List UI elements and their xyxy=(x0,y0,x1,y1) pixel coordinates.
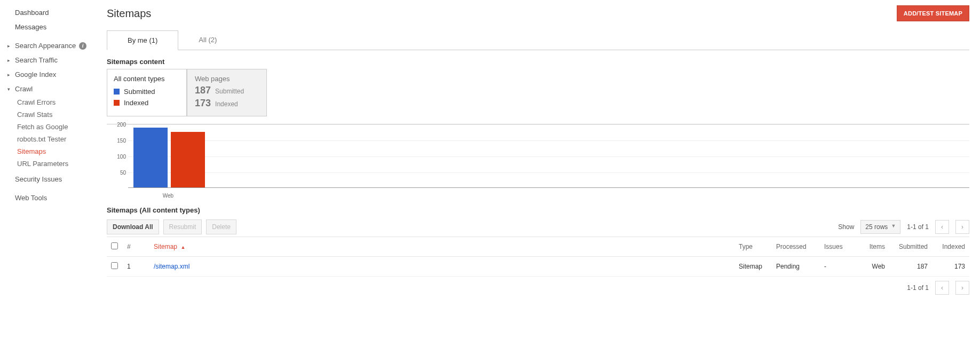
caret-right-icon: ▸ xyxy=(7,43,12,49)
chart-gridline xyxy=(128,156,969,157)
add-test-sitemap-button[interactable]: ADD/TEST SITEMAP xyxy=(897,5,969,21)
sidebar-item-crawl-errors[interactable]: Crawl Errors xyxy=(5,96,96,108)
delete-button[interactable]: Delete xyxy=(206,219,236,234)
range-label: 1-1 of 1 xyxy=(907,223,929,231)
legend-item-indexed: Indexed xyxy=(114,97,178,108)
col-sitemap[interactable]: Sitemap ▲ xyxy=(149,237,734,257)
sidebar: ▸Dashboard ▸Messages ▸ Search Appearance… xyxy=(0,0,96,311)
label: Dashboard xyxy=(15,9,49,17)
chart-ytick: 150 xyxy=(107,138,126,144)
prev-page-button[interactable]: ‹ xyxy=(935,220,949,234)
stat-indexed-label: Indexed xyxy=(215,100,238,108)
legend-swatch-indexed xyxy=(114,100,120,106)
sidebar-item-google-index[interactable]: ▸ Google Index xyxy=(5,67,96,82)
chevron-left-icon: ‹ xyxy=(941,284,943,292)
sitemaps-table: # Sitemap ▲ Type Processed Issues Items … xyxy=(107,237,969,277)
stat-submitted-label: Submitted xyxy=(215,88,244,95)
chart-plot xyxy=(128,124,969,188)
sidebar-item-web-tools[interactable]: ▸Web Tools xyxy=(5,191,96,205)
sidebar-item-security-issues[interactable]: ▸Security Issues xyxy=(5,172,96,186)
resubmit-button[interactable]: Resubmit xyxy=(163,219,202,234)
download-all-button[interactable]: Download All xyxy=(107,219,159,234)
select-all-checkbox[interactable] xyxy=(111,242,118,249)
chart-gridline xyxy=(128,124,969,125)
label: Security Issues xyxy=(15,175,62,183)
tab-by-me[interactable]: By me (1) xyxy=(107,30,178,50)
chart-bar-indexed xyxy=(171,132,205,187)
sort-asc-icon: ▲ xyxy=(180,245,185,250)
sitemaps-content-heading: Sitemaps content xyxy=(107,58,969,66)
main-content: Sitemaps ADD/TEST SITEMAP By me (1) All … xyxy=(96,0,980,311)
col-indexed[interactable]: Indexed xyxy=(932,237,969,257)
chart-xtick: Web xyxy=(133,193,203,199)
page-title: Sitemaps xyxy=(107,7,151,20)
caret-down-icon: ▾ xyxy=(7,87,12,92)
label: Messages xyxy=(15,23,46,31)
chevron-right-icon: › xyxy=(961,284,963,292)
label: Web Tools xyxy=(15,194,47,202)
cell-submitted: 187 xyxy=(889,257,932,277)
label: Indexed xyxy=(124,99,148,107)
sidebar-item-messages[interactable]: ▸Messages xyxy=(5,20,96,34)
col-processed[interactable]: Processed xyxy=(772,237,820,257)
chart-gridline xyxy=(128,172,969,173)
tabbar: By me (1) All (2) xyxy=(107,30,969,50)
page-header: Sitemaps ADD/TEST SITEMAP xyxy=(107,5,969,21)
cell-issues: - xyxy=(820,257,857,277)
cell-indexed: 173 xyxy=(932,257,969,277)
cell-type: Sitemap xyxy=(734,257,772,277)
label: Search Traffic xyxy=(15,56,58,64)
chevron-left-icon: ‹ xyxy=(941,223,943,231)
sidebar-item-dashboard[interactable]: ▸Dashboard xyxy=(5,5,96,20)
sidebar-item-crawl-stats[interactable]: Crawl Stats xyxy=(5,108,96,121)
col-issues[interactable]: Issues xyxy=(820,237,857,257)
sidebar-item-crawl[interactable]: ▾ Crawl xyxy=(5,82,96,96)
table-toolbar: Download All Resubmit Delete Show 25 row… xyxy=(107,219,969,234)
label: Sitemap xyxy=(154,243,177,250)
rows-select[interactable]: 25 rows ▼ xyxy=(860,220,900,234)
row-checkbox[interactable] xyxy=(111,262,118,269)
sidebar-item-robots-tester[interactable]: robots.txt Tester xyxy=(5,133,96,145)
stat-submitted-value: 187 xyxy=(195,85,211,96)
cell-processed: Pending xyxy=(772,257,820,277)
col-submitted[interactable]: Submitted xyxy=(889,237,932,257)
sitemap-link[interactable]: /sitemap.xml xyxy=(154,263,189,270)
label: Submitted xyxy=(124,88,155,96)
col-items[interactable]: Items xyxy=(857,237,889,257)
rows-select-value: 25 rows xyxy=(865,223,888,231)
chart: 50100150200Web xyxy=(107,124,969,199)
stat-box-web-pages: Web pages 187 Submitted 173 Indexed xyxy=(187,69,267,116)
tab-all[interactable]: All (2) xyxy=(178,30,237,50)
caret-right-icon: ▸ xyxy=(7,58,12,63)
table-row: 1 /sitemap.xml Sitemap Pending - Web 187… xyxy=(107,257,969,277)
sidebar-item-fetch-as-google[interactable]: Fetch as Google xyxy=(5,121,96,133)
next-page-button[interactable]: › xyxy=(955,220,969,234)
cell-items: Web xyxy=(857,257,889,277)
label: Search Appearance xyxy=(15,42,76,50)
col-type[interactable]: Type xyxy=(734,237,772,257)
chart-ytick: 50 xyxy=(107,170,126,176)
prev-page-button[interactable]: ‹ xyxy=(935,281,949,295)
next-page-button[interactable]: › xyxy=(955,281,969,295)
stat-indexed-value: 173 xyxy=(195,98,211,109)
chart-ytick: 200 xyxy=(107,122,126,128)
chevron-down-icon: ▼ xyxy=(891,223,896,231)
sidebar-item-url-parameters[interactable]: URL Parameters xyxy=(5,158,96,170)
sidebar-item-search-traffic[interactable]: ▸ Search Traffic xyxy=(5,53,96,67)
label: Crawl xyxy=(15,85,33,93)
chart-gridline xyxy=(128,140,969,141)
show-label: Show xyxy=(838,223,854,231)
chart-ytick: 100 xyxy=(107,154,126,160)
sidebar-item-search-appearance[interactable]: ▸ Search Appearance i xyxy=(5,38,96,53)
sitemaps-table-heading: Sitemaps (All content types) xyxy=(107,206,969,214)
col-num[interactable]: # xyxy=(123,237,149,257)
table-body: 1 /sitemap.xml Sitemap Pending - Web 187… xyxy=(107,257,969,277)
label: Google Index xyxy=(15,70,56,78)
sidebar-item-sitemaps[interactable]: Sitemaps xyxy=(5,145,96,158)
caret-right-icon: ▸ xyxy=(7,72,12,77)
chevron-right-icon: › xyxy=(961,223,963,231)
legend-title: All content types xyxy=(114,75,178,83)
info-icon[interactable]: i xyxy=(79,42,86,50)
cell-num: 1 xyxy=(123,257,149,277)
legend-box: All content types Submitted Indexed xyxy=(107,69,187,116)
